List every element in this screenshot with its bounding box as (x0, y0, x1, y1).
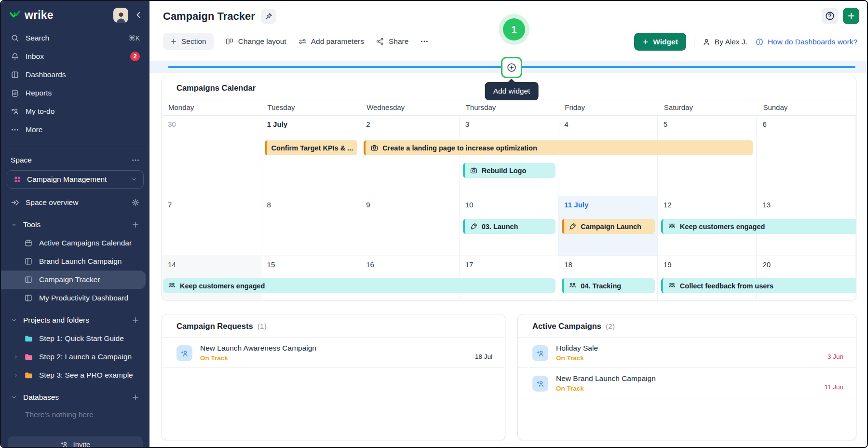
sidebar-item-step3[interactable]: Step 3: See a PRO example (1, 366, 149, 384)
sidebar-item-step1[interactable]: Step 1: Quick Start Guide (1, 329, 149, 348)
invite-label: Invite (73, 440, 91, 447)
add-tool-icon[interactable] (131, 220, 140, 229)
how-dashboards-work-link[interactable]: How do Dashboards work? (755, 38, 857, 46)
task-due-date: 11 Jun (824, 383, 843, 392)
add-parameters-label: Add parameters (311, 37, 364, 46)
task-due-date: 3 Jun (827, 353, 843, 362)
dashboard-author[interactable]: By Alex J. (702, 38, 747, 46)
invite-button[interactable]: Invite (8, 436, 143, 447)
toolbar-more-button[interactable] (420, 37, 429, 46)
person-add-icon (180, 349, 189, 358)
sidebar-divider (1, 429, 149, 429)
task-status: On Track (556, 385, 816, 392)
byline-label: By Alex J. (715, 38, 747, 46)
wrike-logo-text: wrike (25, 9, 54, 22)
share-button[interactable]: Share (376, 37, 408, 46)
chevron-right-icon[interactable] (13, 372, 19, 378)
sidebar-item-reports[interactable]: Reports (1, 84, 149, 102)
sidebar-item-inbox[interactable]: Inbox 2 (1, 47, 149, 66)
calendar-event[interactable]: Collect feedback from users (661, 278, 856, 293)
event-label: 04. Tracking (581, 282, 621, 290)
rocket-icon (470, 222, 478, 231)
plus-icon (642, 39, 649, 45)
insert-widget-button[interactable] (501, 57, 522, 78)
dashboard-toolbar: Section Change layout Add parameters Sha… (163, 33, 429, 50)
dashboard-icon (24, 294, 33, 302)
gear-icon[interactable] (131, 198, 140, 207)
sidebar-item-label: Brand Launch Campaign (39, 257, 140, 266)
calendar-day-cell[interactable]: 9 (360, 196, 460, 256)
sidebar-item-more[interactable]: More (1, 121, 149, 139)
help-link-label: How do Dashboards work? (768, 38, 857, 46)
space-selector[interactable]: Campaign Management (7, 170, 144, 189)
calendar-event[interactable]: Create a landing page to increase optimi… (364, 140, 753, 155)
sidebar-item-active-campaigns-calendar[interactable]: Active Campaigns Calendar (1, 234, 149, 252)
projects-section-header[interactable]: Projects and folders (1, 311, 149, 329)
add-database-icon[interactable] (131, 393, 140, 402)
event-label: Campaign Launch (581, 223, 641, 231)
create-button[interactable] (843, 8, 859, 24)
add-widget-button[interactable]: Widget (634, 33, 686, 51)
calendar-day-cell[interactable]: 8 (261, 196, 361, 256)
databases-section-header[interactable]: Databases (1, 388, 149, 407)
space-name: Campaign Management (27, 175, 125, 184)
task-row[interactable]: Holiday Sale On Track 3 Jun (518, 338, 856, 368)
calendar-day-cell[interactable]: 30 (162, 116, 261, 196)
sidebar: wrike Search ⌘K Inbox 2 Dashboards Repor… (1, 1, 149, 447)
day-header: Thursday (460, 103, 559, 111)
task-name: Holiday Sale (556, 344, 820, 353)
add-parameters-button[interactable]: Add parameters (298, 37, 364, 46)
main-content: Campaign Tracker Section Change layout A… (149, 1, 867, 447)
sidebar-item-campaign-tracker-selected[interactable]: Campaign Tracker (1, 271, 146, 289)
space-section-header: Space (1, 151, 149, 169)
chevron-down-icon (11, 394, 17, 401)
tutorial-step-badge: 1 (499, 14, 529, 45)
collapse-sidebar-icon[interactable] (134, 11, 143, 19)
calendar-event[interactable]: Campaign Launch (562, 219, 655, 234)
folder-icon (24, 334, 33, 343)
sidebar-item-my-productivity-dashboard[interactable]: My Productivity Dashboard (1, 289, 149, 307)
calendar-event[interactable]: Keep customers engaged (661, 219, 856, 234)
calendar-day-cell[interactable]: 2 (360, 116, 460, 196)
calendar-day-cell[interactable]: 4 (558, 116, 658, 196)
pin-button[interactable] (261, 9, 276, 24)
sidebar-item-search[interactable]: Search ⌘K (1, 29, 149, 47)
sidebar-item-brand-launch-campaign[interactable]: Brand Launch Campaign (1, 252, 149, 271)
avatar[interactable] (113, 8, 128, 23)
add-project-icon[interactable] (131, 316, 140, 325)
change-layout-button[interactable]: Change layout (225, 37, 286, 46)
sidebar-item-space-overview[interactable]: Space overview (1, 193, 149, 212)
people-icon (668, 222, 676, 231)
sidebar-item-step2[interactable]: Step 2: Launch a Campaign (1, 348, 149, 366)
calendar-event[interactable]: 03. Launch (463, 219, 556, 234)
task-name: New Brand Launch Campaign (556, 374, 816, 383)
calendar-event[interactable]: Keep customers engaged (163, 278, 556, 293)
task-name: New Launch Awareness Campaign (200, 344, 467, 353)
task-row[interactable]: New Launch Awareness Campaign On Track 1… (162, 338, 505, 368)
task-row[interactable]: New Brand Launch Campaign On Track 11 Ju… (518, 368, 856, 398)
dashboard-icon (24, 257, 33, 266)
calendar-day-cell[interactable]: 5 (658, 116, 757, 196)
sidebar-item-dashboards[interactable]: Dashboards (1, 66, 149, 84)
tools-section-header[interactable]: Tools (1, 216, 149, 234)
wrike-logo[interactable]: wrike (10, 9, 54, 22)
page-title: Campaign Tracker (163, 10, 255, 23)
calendar-day-cell[interactable]: 6 (757, 116, 856, 196)
task-status: On Track (200, 354, 467, 362)
sidebar-item-my-todo[interactable]: My to-do (1, 102, 149, 121)
calendar-day-cell[interactable]: 1 July (261, 116, 361, 196)
calendar-day-cell[interactable]: 3 (460, 116, 559, 196)
space-puzzle-icon (13, 175, 22, 184)
add-section-button[interactable]: Section (163, 33, 214, 50)
sidebar-divider (1, 145, 149, 145)
calendar-day-cell[interactable]: 7 (162, 196, 261, 256)
space-options-icon[interactable] (131, 156, 140, 164)
chevron-right-icon[interactable] (13, 354, 19, 360)
help-button[interactable] (822, 8, 838, 24)
calendar-event[interactable]: Rebuild Logo (463, 163, 556, 178)
people-icon (168, 282, 176, 290)
day-header: Saturday (658, 103, 757, 111)
calendar-event[interactable]: 04. Tracking (562, 278, 655, 293)
calendar-event[interactable]: Confirm Target KPIs & ... (265, 140, 358, 155)
share-icon (376, 37, 384, 46)
